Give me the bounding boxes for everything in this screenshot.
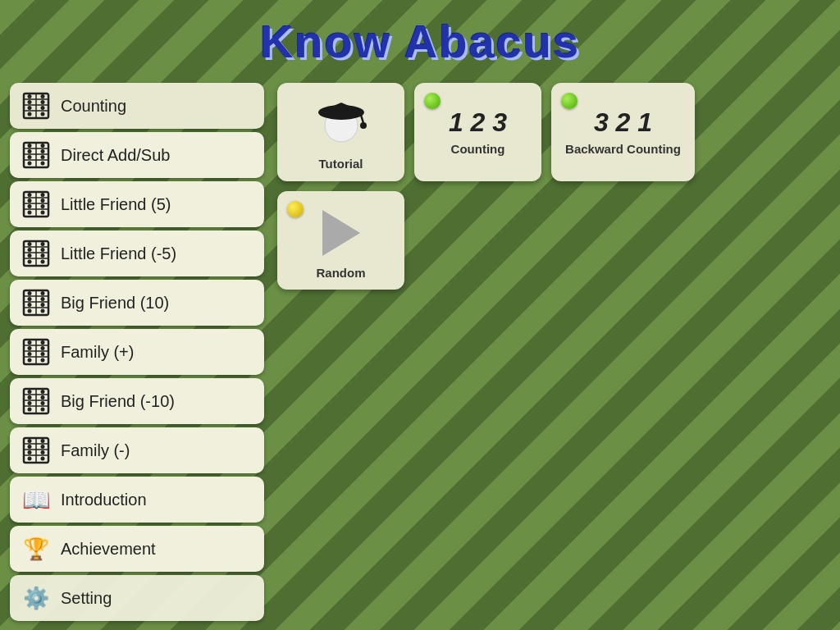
sidebar-item-little-friend-neg5[interactable]: Little Friend (-5) <box>10 231 264 276</box>
sidebar-setting-label: Setting <box>61 589 112 608</box>
cards-row-2: Random <box>277 191 830 290</box>
svg-point-70 <box>28 340 32 345</box>
sidebar-bfneg10-label: Big Friend (-10) <box>61 392 175 411</box>
svg-point-51 <box>41 260 45 264</box>
svg-point-84 <box>41 390 45 394</box>
svg-point-101 <box>41 450 45 454</box>
tutorial-card[interactable]: Tutorial <box>277 83 404 181</box>
random-card[interactable]: Random <box>277 191 404 290</box>
svg-point-47 <box>41 248 45 252</box>
svg-point-11 <box>28 112 32 116</box>
svg-point-45 <box>41 242 45 246</box>
svg-point-6 <box>41 94 45 98</box>
sidebar-fminus-label: Family (-) <box>61 441 130 460</box>
svg-point-22 <box>28 155 32 159</box>
abacus-icon-2 <box>21 140 51 170</box>
svg-point-77 <box>41 358 45 363</box>
tutorial-card-label: Tutorial <box>319 157 363 171</box>
svg-point-83 <box>28 390 32 394</box>
svg-point-88 <box>41 401 45 405</box>
svg-point-64 <box>41 309 45 313</box>
abacus-icon <box>21 91 51 121</box>
abacus-icon-4 <box>21 239 51 268</box>
svg-point-58 <box>41 291 45 295</box>
svg-point-8 <box>41 100 45 104</box>
svg-point-5 <box>28 94 32 98</box>
svg-point-73 <box>41 346 45 350</box>
svg-point-108 <box>360 122 367 129</box>
sidebar-item-family-plus[interactable]: Family (+) <box>10 329 264 375</box>
svg-point-103 <box>41 457 45 461</box>
random-yellow-dot <box>287 201 304 217</box>
sidebar-direct-label: Direct Add/Sub <box>61 146 170 165</box>
svg-point-102 <box>28 457 32 461</box>
backward-counting-card[interactable]: 3 2 1 Backward Counting <box>551 83 695 181</box>
svg-point-49 <box>41 253 45 258</box>
svg-point-24 <box>28 162 32 166</box>
main-layout: Counting <box>0 76 840 628</box>
counting-card-label: Counting <box>451 142 505 156</box>
counting-number: 1 2 3 <box>449 108 507 137</box>
svg-point-76 <box>28 358 32 363</box>
svg-point-44 <box>28 242 32 246</box>
svg-point-98 <box>28 445 32 449</box>
svg-point-87 <box>28 401 32 405</box>
app-content: Know Abacus <box>0 0 840 630</box>
svg-point-20 <box>28 149 32 153</box>
sidebar-item-family-minus[interactable]: Family (-) <box>10 427 264 473</box>
svg-point-96 <box>28 439 32 443</box>
sidebar-counting-label: Counting <box>61 97 126 116</box>
abacus-icon-3 <box>21 189 51 219</box>
svg-point-19 <box>41 144 45 148</box>
sidebar-item-direct-add-sub[interactable]: Direct Add/Sub <box>10 132 264 178</box>
cards-row-1: Tutorial 1 2 3 Counting 3 2 1 Backward C… <box>277 83 830 181</box>
svg-point-31 <box>28 193 32 197</box>
svg-point-72 <box>28 346 32 350</box>
svg-point-25 <box>41 162 45 166</box>
sidebar-item-little-friend-5[interactable]: Little Friend (5) <box>10 181 264 227</box>
svg-point-63 <box>28 309 32 313</box>
svg-point-61 <box>28 303 32 307</box>
svg-point-86 <box>41 395 45 399</box>
abacus-icon-7 <box>21 386 51 416</box>
svg-point-60 <box>41 297 45 301</box>
sidebar-item-setting[interactable]: ⚙️ Setting <box>10 575 264 621</box>
svg-point-100 <box>28 450 32 454</box>
sidebar-item-big-friend-neg10[interactable]: Big Friend (-10) <box>10 378 264 424</box>
sidebar-intro-label: Introduction <box>61 491 147 509</box>
svg-point-62 <box>41 303 45 307</box>
sidebar-item-counting[interactable]: Counting <box>10 83 264 129</box>
svg-point-37 <box>28 211 32 215</box>
sidebar: Counting <box>10 83 264 621</box>
svg-point-9 <box>28 106 32 110</box>
abacus-icon-5 <box>21 288 51 317</box>
counting-card[interactable]: 1 2 3 Counting <box>414 83 541 181</box>
main-content-area: Tutorial 1 2 3 Counting 3 2 1 Backward C… <box>277 83 830 621</box>
svg-point-75 <box>41 352 45 356</box>
sidebar-bf10-label: Big Friend (10) <box>61 294 169 313</box>
abacus-icon-8 <box>21 436 51 465</box>
sidebar-item-introduction[interactable]: 📖 Introduction <box>10 477 264 523</box>
gear-icon: ⚙️ <box>21 583 51 613</box>
svg-point-36 <box>41 204 45 208</box>
app-title: Know Abacus <box>0 0 840 76</box>
graduation-cap-icon <box>313 94 370 152</box>
svg-point-59 <box>28 297 32 301</box>
svg-point-21 <box>41 149 45 153</box>
svg-point-89 <box>28 408 32 412</box>
random-card-label: Random <box>317 266 366 280</box>
counting-green-dot <box>424 93 441 109</box>
abacus-icon-6 <box>21 337 51 367</box>
sidebar-lfneg5-label: Little Friend (-5) <box>61 244 176 263</box>
sidebar-lf5-label: Little Friend (5) <box>61 195 171 214</box>
sidebar-item-big-friend-10[interactable]: Big Friend (10) <box>10 280 264 326</box>
svg-point-7 <box>28 100 32 104</box>
svg-point-99 <box>41 445 45 449</box>
sidebar-item-achievement[interactable]: 🏆 Achievement <box>10 526 264 572</box>
svg-point-57 <box>28 291 32 295</box>
trophy-icon: 🏆 <box>21 534 51 564</box>
svg-point-34 <box>41 199 45 203</box>
svg-point-71 <box>41 340 45 345</box>
svg-point-12 <box>41 112 45 116</box>
svg-point-90 <box>41 408 45 412</box>
